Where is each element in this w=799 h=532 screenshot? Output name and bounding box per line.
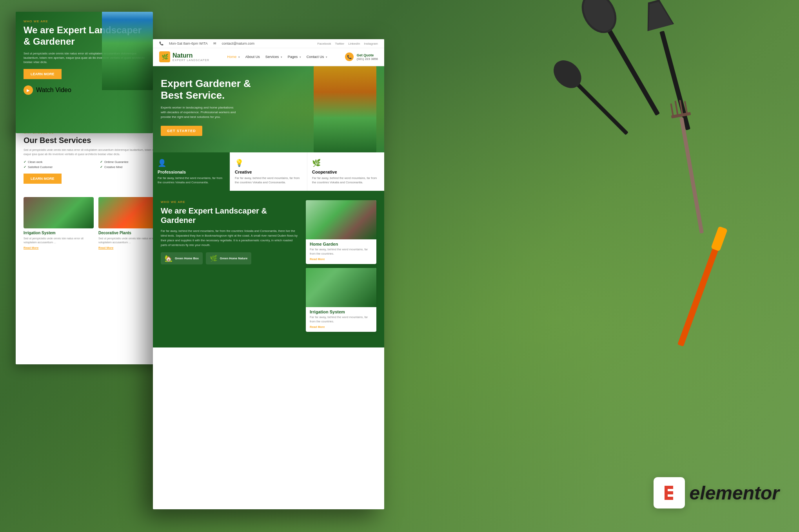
topbar-contact-info: 📞 Mon-Sat 8am-6pm WITA ✉ contact@naturn.… — [159, 42, 254, 45]
left-hero-panel: Who We Are We are Expert Landscaper & Ga… — [16, 12, 153, 133]
services-section-title: Our Best Services — [24, 136, 169, 145]
check-item-1: Clean work — [24, 160, 92, 164]
services-section-body: Sed ut perspiciatis unde omnis iste natu… — [24, 148, 169, 156]
services-learn-more-button[interactable]: LEARN MORE — [24, 174, 62, 184]
topbar-hours: Mon-Sat 8am-6pm WITA — [169, 42, 208, 45]
cooperative-icon: 🌿 — [312, 159, 380, 167]
topbar-phone-icon: 📞 — [159, 42, 163, 45]
svg-rect-8 — [677, 234, 724, 346]
site-navbar: 🌿 Naturn EXPERT LANDSCAPER Home ▾ About … — [153, 48, 384, 66]
who-we-are-section: Who We Are We are Expert Landscaper & Ga… — [153, 191, 384, 340]
green-home-box-label: Green Home Box — [175, 257, 199, 260]
nav-cta: 📞 Get Quote (021) 223 3856 — [345, 52, 378, 61]
website-mockup: 📞 Mon-Sat 8am-6pm WITA ✉ contact@naturn.… — [153, 39, 384, 509]
green-home-box-icon: 🏡 — [165, 255, 173, 262]
nav-pages[interactable]: Pages ▾ — [288, 55, 301, 59]
irrigation-right-title: Irrigation System — [306, 309, 376, 314]
nav-contact[interactable]: Contact Us ▾ — [307, 55, 327, 59]
social-instagram[interactable]: Instagram — [364, 42, 378, 45]
check-item-3: Satisfied Customer — [24, 165, 92, 169]
irrigation-image — [24, 197, 94, 228]
irrigation-right-card: Irrigation System Far far away, behind t… — [306, 268, 376, 332]
features-row: 👤 Professionals Far far away, behind the… — [153, 152, 384, 191]
hero-title: Expert Gardener & Best Service. — [161, 78, 271, 101]
creative-desc: Far far away, behind the word mountains,… — [235, 176, 302, 185]
irrigation-service-card: Irrigation System Sed ut perspiciatis un… — [24, 197, 94, 250]
quote-info: Get Quote (021) 223 3856 — [357, 53, 378, 61]
topbar-social-links: Facebook Twitter LinkedIn Instagram — [317, 42, 378, 45]
logo-text-group: Naturn EXPERT LANDSCAPER — [173, 52, 209, 62]
green-home-nature-icon: 🌿 — [210, 255, 218, 262]
green-home-nature: 🌿 Green Home Nature — [206, 252, 251, 264]
logo-area: 🌿 Naturn EXPERT LANDSCAPER — [159, 51, 209, 62]
feature-cooperative: 🌿 Cooperative Far far away, behind the w… — [307, 152, 384, 191]
creative-icon: 💡 — [235, 159, 302, 167]
feature-creative: 💡 Creative Far far away, behind the word… — [230, 152, 307, 191]
irrigation-right-image — [306, 268, 376, 307]
home-garden-text: Far far away, behind the word mountains,… — [306, 248, 376, 256]
irrigation-right-text: Far far away, behind the word mountains,… — [306, 315, 376, 324]
social-linkedin[interactable]: LinkedIn — [348, 42, 360, 45]
home-garden-title: Home Garden — [306, 242, 376, 246]
get-quote-label[interactable]: Get Quote — [357, 53, 378, 57]
phone-icon: 📞 — [345, 52, 354, 61]
nav-home[interactable]: Home ▾ — [227, 55, 240, 59]
right-service-cards: Home Garden Far far away, behind the wor… — [306, 200, 376, 332]
irrigation-read-more[interactable]: Read More — [24, 246, 94, 250]
hero-gardener-image — [102, 12, 153, 90]
topbar-email-icon: ✉ — [213, 42, 216, 45]
site-topbar: 📞 Mon-Sat 8am-6pm WITA ✉ contact@naturn.… — [153, 39, 384, 48]
services-checklist: Clean work Ontime Guarantee Satisfied Cu… — [24, 160, 169, 169]
elementor-brand-name: elementor — [690, 482, 779, 504]
irrigation-text: Sed ut perspiciatis unde omnis iste natu… — [24, 237, 94, 244]
green-home-nature-label: Green Home Nature — [220, 257, 247, 260]
logo-name: Naturn — [173, 52, 209, 59]
who-title: We are Expert Landscaper & Gardener — [161, 206, 298, 225]
elementor-icon — [654, 477, 685, 508]
logo-tagline: EXPERT LANDSCAPER — [173, 59, 209, 62]
svg-rect-17 — [665, 486, 673, 489]
who-label: Who We Are — [161, 200, 298, 204]
creative-title: Creative — [235, 170, 302, 174]
professionals-title: Professionals — [158, 170, 225, 174]
hero-section: Expert Gardener & Best Service. Experts … — [153, 66, 384, 152]
home-garden-image — [306, 200, 376, 239]
green-home-box: 🏡 Green Home Box — [161, 252, 203, 264]
logo-icon: 🌿 — [159, 51, 170, 62]
topbar-email: contact@naturn.com — [222, 42, 254, 45]
nav-services[interactable]: Services ▾ — [265, 55, 282, 59]
social-twitter[interactable]: Twitter — [335, 42, 345, 45]
phone-number: (021) 223 3856 — [357, 57, 378, 61]
irrigation-title: Irrigation System — [24, 231, 94, 235]
site-footer-bar — [153, 340, 384, 347]
svg-rect-9 — [711, 226, 728, 252]
nav-links: Home ▾ About Us Services ▾ Pages ▾ Conta… — [227, 55, 327, 59]
svg-rect-19 — [665, 497, 673, 500]
feature-professionals: 👤 Professionals Far far away, behind the… — [153, 152, 230, 191]
play-button[interactable]: ▶ — [24, 85, 33, 95]
social-facebook[interactable]: Facebook — [317, 42, 331, 45]
svg-rect-6 — [570, 77, 628, 135]
learn-more-button[interactable]: LEARN MORE — [24, 69, 62, 79]
professionals-icon: 👤 — [158, 159, 225, 167]
svg-rect-12 — [670, 103, 674, 117]
get-started-button[interactable]: GET STARTED — [161, 126, 202, 136]
professionals-desc: Far far away, behind the word mountains,… — [158, 176, 225, 185]
hero-content: Expert Gardener & Best Service. Experts … — [153, 66, 384, 144]
watch-video-label: Watch Video — [36, 87, 71, 94]
home-garden-card: Home Garden Far far away, behind the wor… — [306, 200, 376, 264]
svg-rect-11 — [671, 112, 691, 119]
nav-about[interactable]: About Us — [245, 55, 260, 59]
tools-decoration-area — [525, 0, 799, 532]
svg-rect-18 — [665, 491, 673, 494]
hero-subtitle: Experts worker in landscaping and home p… — [161, 105, 239, 119]
cooperative-desc: Far far away, behind the word mountains,… — [312, 176, 380, 185]
svg-rect-0 — [601, 18, 660, 116]
svg-rect-13 — [674, 101, 679, 116]
who-we-are-content: Who We Are We are Expert Landscaper & Ga… — [161, 200, 298, 332]
who-body: Far far away, behind the word mountains,… — [161, 229, 298, 248]
green-homes-row: 🏡 Green Home Box 🌿 Green Home Nature — [161, 252, 298, 264]
home-garden-link[interactable]: Read More — [306, 257, 376, 261]
bottom-left-services-panel: Why Choose Us Our Best Services Sed ut p… — [16, 121, 176, 364]
irrigation-right-link[interactable]: Read More — [306, 325, 376, 329]
